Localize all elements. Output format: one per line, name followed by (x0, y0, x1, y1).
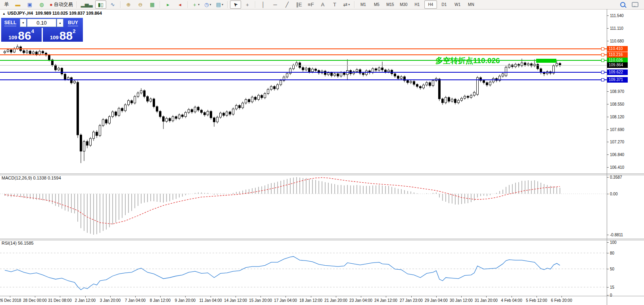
time-axis-label: 4 Feb 04:00 (501, 298, 522, 303)
time-axis-label: 5 Feb 12:00 (526, 298, 547, 303)
time-axis-tick (461, 296, 462, 297)
buy-price-prefix: 109 (50, 35, 59, 41)
trend-annotation-text[interactable]: 多空转折点110.026 (435, 56, 500, 66)
macd-axis-tick (607, 235, 609, 235)
sell-button[interactable]: SELL (1, 18, 19, 27)
buy-label: BUY (68, 20, 78, 26)
buy-price-big: 88 (59, 31, 73, 41)
time-axis-tick (361, 296, 361, 297)
pane-separator (0, 296, 644, 296)
sell-price-button[interactable]: 109 86 4 (1, 28, 43, 42)
buy-button[interactable]: BUY (64, 18, 82, 27)
macd-legend: MACD(12,26,9) 0.1338 0.1594 (2, 176, 61, 180)
rsi-axis-label: 80 (610, 251, 614, 255)
time-axis-tick (10, 296, 10, 297)
price-axis-label: 108.550 (610, 102, 624, 106)
time-axis-label: 21 Jan 20:00 (324, 298, 347, 303)
rsi-axis-label: 15 (610, 285, 614, 290)
level-end-marker (601, 78, 604, 81)
price-axis-tick (607, 28, 609, 29)
sell-label: SELL (4, 20, 17, 26)
time-axis-tick (261, 296, 261, 297)
price-axis-label: 110.680 (610, 39, 624, 43)
price-axis-label: 106.410 (610, 165, 624, 170)
ohlc-values: 109.989 110.025 109.837 109.864 (35, 11, 102, 15)
one-click-trading-panel: SELL ▼ 0.10 ▲ BUY 109 86 4 109 88 2 (1, 18, 83, 42)
macd-axis-tick (607, 177, 609, 178)
time-axis-label: 3 Jan 20:00 (100, 298, 121, 303)
chart-title: ▲USDJPY-,H4 109.989 110.025 109.837 109.… (2, 11, 102, 15)
time-axis-label: 31 Dec 08:00 (48, 298, 72, 303)
time-axis-label: 2 Jan 12:00 (75, 298, 96, 303)
price-level-line[interactable] (0, 48, 607, 49)
time-axis-tick (537, 296, 537, 297)
price-level-line[interactable] (0, 65, 607, 66)
price-axis-tick (607, 104, 609, 104)
price-badge: 109.864 (607, 62, 628, 68)
rsi-axis-tick (607, 287, 609, 288)
collapse-panel-icon[interactable]: ▲ (2, 12, 6, 15)
rsi-axis-tick (607, 269, 609, 269)
price-axis-tick (607, 91, 609, 92)
price-axis-tick (607, 142, 609, 142)
rsi-axis-label: 100 (610, 240, 617, 245)
buy-price-pip: 2 (73, 28, 75, 34)
time-axis-tick (135, 296, 136, 297)
level-end-marker (601, 71, 604, 74)
price-axis-label: 108.970 (610, 89, 624, 94)
price-axis-tick (607, 129, 609, 130)
time-axis-tick (562, 296, 562, 297)
sell-price-pip: 4 (31, 28, 34, 34)
time-axis-label: 14 Jan 12:00 (224, 298, 247, 303)
buy-price-button[interactable]: 109 88 2 (43, 28, 83, 42)
rsi-axis-tick (607, 242, 609, 243)
price-axis-tick (607, 15, 609, 16)
rsi-axis-tick (607, 295, 609, 295)
time-axis-label: 27 Jan 23:00 (400, 298, 423, 303)
time-axis-tick (60, 296, 60, 297)
price-level-line[interactable] (0, 60, 607, 61)
macd-axis-label: -0.8811 (610, 233, 623, 237)
time-axis-label: 7 Jan 04:00 (125, 298, 146, 303)
time-axis-label: 17 Jan 04:00 (274, 298, 297, 303)
time-axis-tick (35, 296, 35, 297)
time-axis-tick (436, 296, 437, 297)
time-axis-tick (160, 296, 161, 297)
volume-input[interactable]: 0.10 (27, 19, 56, 27)
time-axis-tick (336, 296, 336, 297)
time-axis-tick (185, 296, 186, 297)
highlight-box[interactable] (536, 59, 556, 63)
price-badge: 110.216 (607, 52, 628, 58)
sell-price-prefix: 109 (9, 35, 17, 41)
chart-canvas[interactable] (0, 0, 644, 305)
pane-separator (0, 175, 644, 175)
time-axis-tick (386, 296, 386, 297)
time-axis-label: 29 Jan 04:00 (425, 298, 448, 303)
time-axis-tick (211, 296, 211, 297)
time-axis-label: 11 Jan 04:00 (199, 298, 222, 303)
price-badge: 109.622 (607, 69, 628, 75)
time-axis-label: 23 Jan 04:00 (349, 298, 372, 303)
level-end-marker (601, 47, 604, 50)
rsi-axis-label: 50 (610, 267, 614, 271)
time-axis-tick (286, 296, 286, 297)
macd-axis-label: 0.00 (610, 192, 617, 196)
level-end-marker (601, 59, 604, 62)
time-axis-label: 31 Jan 20:00 (475, 298, 498, 303)
volume-decrease-button[interactable]: ▼ (20, 19, 27, 27)
price-axis-label: 107.690 (610, 127, 624, 132)
price-level-line[interactable] (0, 79, 607, 80)
time-axis-tick (411, 296, 412, 297)
price-badge: 109.371 (607, 77, 628, 83)
price-level-line[interactable] (0, 72, 607, 73)
time-axis-label: 9 Jan 20:00 (175, 298, 196, 303)
rsi-axis-tick (607, 253, 609, 253)
time-axis-tick (512, 296, 512, 297)
volume-increase-button[interactable]: ▲ (57, 19, 63, 27)
price-level-line[interactable] (0, 54, 607, 55)
mt4-window: 单▬▣◍●自动交易▂▅▃▮▯∿⊕⊖▦▸◂＋▾◷▾▤▾➤＋│─╱∥E≡FAT⇄▾M… (0, 0, 644, 305)
time-axis-label: 15 Jan 20:00 (249, 298, 272, 303)
time-axis-label: 30 Jan 12:00 (450, 298, 473, 303)
price-axis-label: 107.270 (610, 140, 624, 144)
macd-axis-tick (607, 194, 609, 194)
